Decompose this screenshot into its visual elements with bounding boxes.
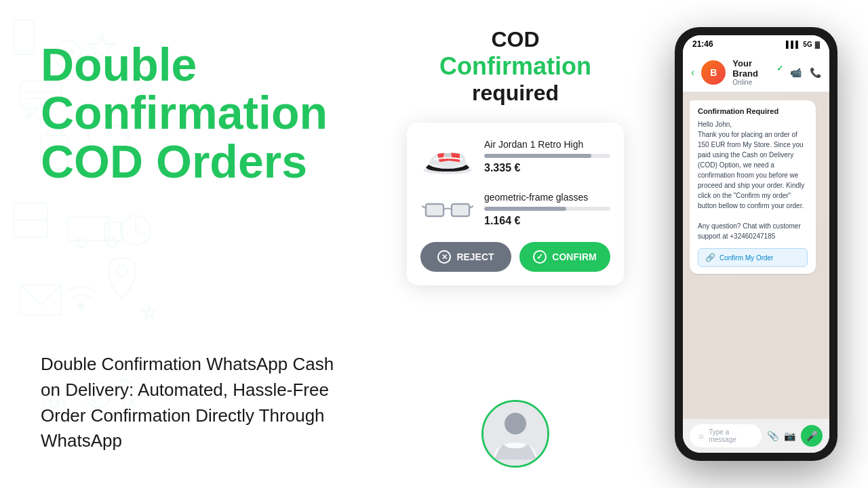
hero-title: DoubleConfirmationCOD Orders bbox=[41, 41, 339, 186]
message-title: Confirmation Required bbox=[698, 107, 808, 115]
item-price-1: 3.335 € bbox=[484, 162, 610, 174]
svg-rect-35 bbox=[452, 205, 469, 216]
item-details-2: geometric-frame glasses 1.164 € bbox=[484, 192, 610, 227]
confirm-my-order-button[interactable]: 🔗 Confirm My Order bbox=[698, 248, 808, 267]
order-card: Air Jordan 1 Retro High 3.335 € bbox=[407, 123, 624, 285]
brand-name: Your Brand ✓ bbox=[732, 58, 783, 79]
status-time: 21:46 bbox=[692, 39, 713, 49]
item-price-bar-2 bbox=[484, 207, 610, 211]
reject-button[interactable]: ✕ REJECT bbox=[420, 242, 511, 272]
status-icons: ▌▌▌ 5G ▓ bbox=[786, 41, 820, 48]
item-price-2: 1.164 € bbox=[484, 215, 610, 227]
confirmation-label: Confirmation bbox=[439, 52, 591, 81]
paperclip-icon[interactable]: 📎 bbox=[767, 430, 778, 441]
message-body: Hello John,Thank you for placing an orde… bbox=[698, 119, 808, 241]
header-icons: 📹 📞 bbox=[790, 67, 821, 78]
battery-icon: ▓ bbox=[815, 41, 820, 48]
confirm-order-label: Confirm My Order bbox=[719, 254, 773, 262]
card-actions: ✕ REJECT ✓ CONFIRM bbox=[420, 242, 610, 272]
user-avatar bbox=[481, 400, 549, 468]
verified-icon: ✓ bbox=[776, 64, 783, 73]
video-call-icon[interactable]: 📹 bbox=[790, 67, 802, 78]
chat-attach-icons: 📎 📷 bbox=[767, 430, 795, 441]
confirm-label: CONFIRM bbox=[552, 251, 596, 262]
hero-subtitle: Double Confirmation WhatsApp Cash on Del… bbox=[41, 352, 339, 454]
call-icon[interactable]: 📞 bbox=[810, 67, 821, 78]
brand-avatar: B bbox=[701, 60, 726, 85]
confirm-button[interactable]: ✓ CONFIRM bbox=[519, 242, 610, 272]
chat-input[interactable]: ☺ Type a message bbox=[690, 424, 762, 447]
reject-label: REJECT bbox=[456, 251, 494, 262]
confirm-icon: ✓ bbox=[533, 250, 547, 264]
brand-status: Online bbox=[732, 79, 783, 86]
order-item-1: Air Jordan 1 Retro High 3.335 € bbox=[420, 136, 610, 177]
whatsapp-header: ‹ B Your Brand ✓ Online 📹 📞 bbox=[683, 53, 829, 92]
message-bubble: Confirmation Required Hello John,Thank y… bbox=[690, 100, 816, 274]
brand-name-text: Your Brand bbox=[732, 58, 774, 79]
svg-point-37 bbox=[505, 413, 526, 434]
type-message-placeholder: Type a message bbox=[709, 428, 753, 443]
brand-info: Your Brand ✓ Online bbox=[732, 58, 783, 86]
confirm-order-icon: 🔗 bbox=[705, 253, 715, 262]
item-image-glasses bbox=[420, 189, 475, 230]
item-price-bar-1 bbox=[484, 154, 610, 158]
back-arrow-icon[interactable]: ‹ bbox=[691, 66, 694, 79]
mic-button[interactable]: 🎤 bbox=[801, 425, 823, 447]
mic-icon: 🎤 bbox=[806, 430, 818, 441]
phone-screen: 21:46 ▌▌▌ 5G ▓ ‹ B Your Brand ✓ bbox=[683, 35, 829, 453]
phone-mockup: 21:46 ▌▌▌ 5G ▓ ‹ B Your Brand ✓ bbox=[675, 27, 837, 461]
reject-icon: ✕ bbox=[437, 250, 451, 264]
phone-status-bar: 21:46 ▌▌▌ 5G ▓ bbox=[683, 35, 829, 53]
left-section: DoubleConfirmationCOD Orders Double Conf… bbox=[0, 0, 373, 488]
item-name-2: geometric-frame glasses bbox=[484, 192, 610, 203]
middle-section: COD Confirmation required bbox=[373, 0, 658, 488]
item-name-1: Air Jordan 1 Retro High bbox=[484, 139, 610, 150]
cod-header: COD Confirmation required bbox=[439, 27, 591, 106]
chat-input-bar: ☺ Type a message 📎 📷 🎤 bbox=[683, 419, 829, 453]
cod-label: COD bbox=[439, 27, 591, 52]
required-label: required bbox=[439, 81, 591, 106]
chat-area: Confirmation Required Hello John,Thank y… bbox=[683, 92, 829, 419]
main-container: DoubleConfirmationCOD Orders Double Conf… bbox=[0, 0, 868, 488]
camera-icon[interactable]: 📷 bbox=[784, 430, 795, 441]
svg-rect-34 bbox=[427, 205, 443, 216]
item-image-sneaker bbox=[420, 136, 475, 177]
right-section: 21:46 ▌▌▌ 5G ▓ ‹ B Your Brand ✓ bbox=[658, 0, 868, 488]
network-type: 5G bbox=[803, 41, 812, 48]
emoji-icon: ☺ bbox=[698, 432, 705, 440]
item-details-1: Air Jordan 1 Retro High 3.335 € bbox=[484, 139, 610, 174]
order-item-2: geometric-frame glasses 1.164 € bbox=[420, 189, 610, 230]
signal-icon: ▌▌▌ bbox=[786, 41, 800, 48]
